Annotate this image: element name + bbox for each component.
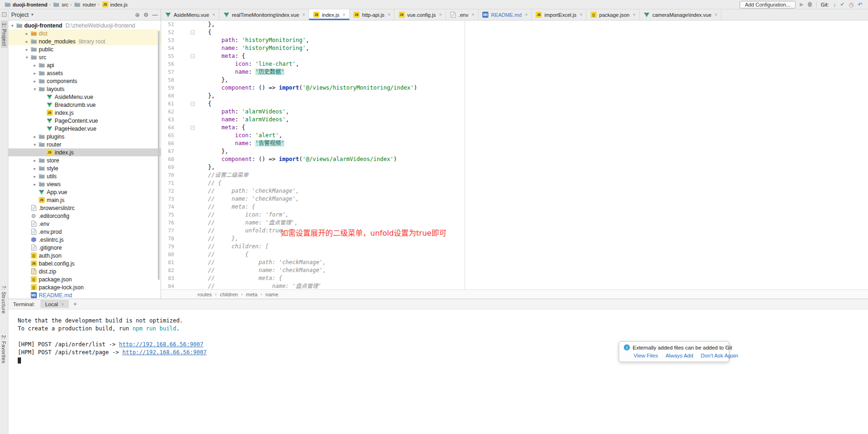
tree-item-duoji-frontend[interactable]: ▾duoji-frontendD:\zheheWeb\duoji-fronten…	[8, 21, 161, 29]
close-icon[interactable]: ×	[388, 12, 390, 17]
code-line-77[interactable]: 77 // unfold:true	[161, 227, 868, 235]
fold-marker[interactable]: -	[174, 100, 198, 108]
close-icon[interactable]: ×	[439, 12, 442, 17]
tool-window-project-button[interactable]: 1: Project	[1, 21, 7, 48]
tree-item-main.js[interactable]: JSmain.js	[8, 196, 161, 204]
code-line-56[interactable]: 56 icon: 'line-chart',	[161, 60, 868, 68]
close-icon[interactable]: ×	[579, 12, 582, 17]
tree-item-.env.prod[interactable]: .env.prod	[8, 228, 161, 236]
code-line-84[interactable]: 84 // name: '盘点管理'	[161, 282, 868, 289]
code-line-74[interactable]: 74 // meta: {	[161, 203, 868, 211]
code-line-67[interactable]: 67 },	[161, 147, 868, 155]
tree-item-package.json[interactable]: {}package.json	[8, 275, 161, 283]
breadcrumb-item[interactable]: JSindex.js	[101, 1, 127, 7]
close-icon[interactable]: ×	[343, 12, 346, 17]
close-icon[interactable]: ×	[303, 12, 305, 17]
tree-item-assets[interactable]: ▸assets	[8, 69, 161, 77]
tool-window-favorites-button[interactable]: 2: Favorites	[1, 335, 7, 364]
chevron-right-icon[interactable]: ▸	[32, 166, 38, 171]
tree-item-.gitignore[interactable]: .gitignore	[8, 244, 161, 252]
code-line-73[interactable]: 73 // name: 'checkManage',	[161, 195, 868, 203]
fold-icon[interactable]: -	[191, 126, 195, 130]
code-line-57[interactable]: 57 name: '历史数据'	[161, 68, 868, 76]
code-line-72[interactable]: 72 // path: 'checkManage',	[161, 187, 868, 195]
code-line-70[interactable]: 70 //设置二级菜单	[161, 171, 868, 179]
tree-item-index.js[interactable]: JSindex.js	[8, 148, 161, 156]
chevron-right-icon[interactable]: ▸	[32, 134, 38, 139]
chevron-right-icon[interactable]: ▸	[32, 158, 38, 163]
gear-icon[interactable]: ⚙	[143, 12, 148, 18]
tab-.env[interactable]: .env×	[446, 9, 479, 20]
add-configuration-button[interactable]: Add Configuration...	[740, 1, 795, 8]
tree-item-.editorconfig[interactable]: ⚙.editorconfig	[8, 212, 161, 220]
fold-icon[interactable]: -	[191, 30, 195, 35]
tab-asidemenu.vue[interactable]: AsideMenu.vue×	[161, 9, 219, 20]
notification-action-view-files[interactable]: View Files	[634, 353, 658, 358]
tab-realtimemonitoring-index.vue[interactable]: realTimeMonitoring\index.vue×	[219, 9, 310, 20]
editor-breadcrumb-item[interactable]: children	[220, 292, 238, 297]
git-update-icon[interactable]: ↓	[833, 2, 836, 7]
tree-item-views[interactable]: ▸views	[8, 180, 161, 188]
tree-item-node-modules[interactable]: ▸node_moduleslibrary root	[8, 37, 161, 45]
code-line-76[interactable]: 76 // name: '盘点管理',	[161, 219, 868, 227]
notification-action-don-t-ask-again[interactable]: Don't Ask Again	[701, 353, 738, 358]
chevron-down-icon[interactable]: ▾	[24, 55, 30, 60]
tree-item-store[interactable]: ▸store	[8, 156, 161, 164]
tab-index.js[interactable]: JSindex.js×	[309, 9, 349, 20]
tab-vue.config.js[interactable]: JSvue.config.js×	[395, 9, 446, 20]
tab-package.json[interactable]: {}package.json×	[586, 9, 640, 20]
code-line-80[interactable]: 80 // {	[161, 251, 868, 259]
code-line-55[interactable]: 55- meta: {	[161, 52, 868, 60]
code-line-60[interactable]: 60 },	[161, 92, 868, 100]
breadcrumb-item[interactable]: src	[53, 2, 69, 7]
terminal-output[interactable]: Note that the development build is not o…	[8, 309, 868, 364]
chevron-right-icon[interactable]: ▸	[32, 63, 38, 68]
code-line-78[interactable]: 78 // },	[161, 235, 868, 243]
tree-item-package-lock.json[interactable]: {}package-lock.json	[8, 283, 161, 291]
close-icon[interactable]: ×	[472, 12, 474, 17]
fold-marker[interactable]: -	[174, 52, 198, 60]
code-line-81[interactable]: 81 // path: 'checkManage',	[161, 259, 868, 266]
fold-icon[interactable]: -	[191, 102, 195, 106]
chevron-right-icon[interactable]: ▸	[32, 79, 38, 84]
tree-item-utils[interactable]: ▸utils	[8, 172, 161, 180]
tree-item-.browserslistrc[interactable]: .browserslistrc	[8, 204, 161, 212]
code-line-68[interactable]: 68 component: () => import('@/views/alar…	[161, 155, 868, 163]
fold-marker[interactable]: -	[174, 124, 198, 132]
breadcrumb-item[interactable]: duoji-frontend	[4, 2, 48, 7]
tree-item-pagecontent.vue[interactable]: PageContent.vue	[8, 117, 161, 125]
code-line-52[interactable]: 52- {	[161, 28, 868, 36]
chevron-right-icon[interactable]: ▸	[32, 182, 38, 187]
close-icon[interactable]: ×	[633, 12, 635, 17]
tab-http-api.js[interactable]: JShttp-api.js×	[350, 9, 395, 20]
tree-item-app.vue[interactable]: App.vue	[8, 188, 161, 196]
tree-item-api[interactable]: ▸api	[8, 61, 161, 69]
run-icon[interactable]: ▶	[800, 2, 804, 7]
chevron-right-icon[interactable]: ▸	[32, 174, 38, 179]
tree-item-babel.config.js[interactable]: JSbabel.config.js	[8, 259, 161, 267]
code-line-82[interactable]: 82 // name: 'checkManage',	[161, 266, 868, 274]
debug-icon[interactable]	[808, 2, 812, 7]
code-line-63[interactable]: 63 name: 'alarmVideos',	[161, 116, 868, 124]
close-icon[interactable]: ×	[212, 12, 215, 17]
chevron-down-icon[interactable]: ▾	[32, 87, 38, 91]
tree-item-asidemenu.vue[interactable]: AsideMenu.vue	[8, 93, 161, 101]
project-tree-scrollbar[interactable]	[158, 31, 160, 280]
tree-item-src[interactable]: ▾src	[8, 53, 161, 61]
new-terminal-button[interactable]: +	[73, 301, 77, 308]
code-line-58[interactable]: 58 },	[161, 76, 868, 84]
code-line-53[interactable]: 53 path: 'historyMonitoring',	[161, 36, 868, 44]
tree-item-pageheader.vue[interactable]: PageHeader.vue	[8, 125, 161, 133]
editor-breadcrumb-item[interactable]: meta	[246, 292, 257, 297]
code-line-51[interactable]: 51 },	[161, 21, 868, 28]
code-line-59[interactable]: 59 component: () => import('@/views/hist…	[161, 84, 868, 92]
close-icon[interactable]: ×	[715, 12, 718, 17]
tab-cameramanage-index.vue[interactable]: cameraManage\index.vue×	[640, 9, 721, 20]
git-commit-icon[interactable]: ✔	[840, 2, 844, 7]
code-line-66[interactable]: 66 name: '告警视频'	[161, 140, 868, 147]
hide-panel-icon[interactable]: —	[152, 12, 158, 18]
tree-item-router[interactable]: ▾router	[8, 140, 161, 148]
editor-breadcrumb-item[interactable]: routes	[198, 292, 212, 297]
fold-marker[interactable]: -	[174, 28, 198, 36]
project-view-selector[interactable]: Project ▼	[11, 12, 34, 18]
